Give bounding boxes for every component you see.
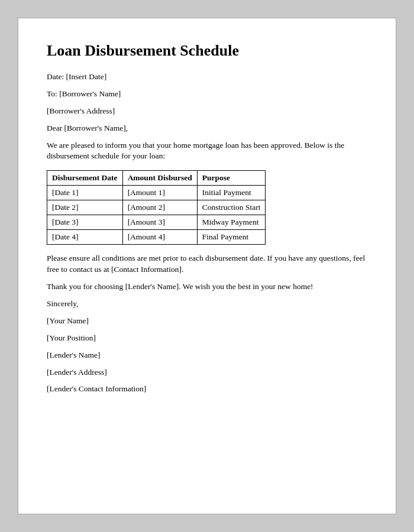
table-cell-1-2: Construction Start <box>197 200 266 215</box>
lenders-contact: [Lender's Contact Information] <box>47 384 367 395</box>
table-cell-2-2: Midway Payment <box>197 215 266 230</box>
table-row: [Date 1][Amount 1]Initial Payment <box>47 186 266 200</box>
document-title: Loan Disbursement Schedule <box>47 42 367 60</box>
thank-you-paragraph: Thank you for choosing [Lender's Name]. … <box>47 281 367 293</box>
your-position: [Your Position] <box>47 333 367 344</box>
table-cell-2-1: [Amount 3] <box>122 215 197 230</box>
table-row: [Date 4][Amount 4]Final Payment <box>47 230 266 245</box>
table-cell-3-2: Final Payment <box>197 230 266 245</box>
table-cell-0-1: [Amount 1] <box>122 186 197 200</box>
table-row: [Date 3][Amount 3]Midway Payment <box>47 215 266 230</box>
table-cell-3-0: [Date 4] <box>47 230 123 245</box>
conditions-paragraph: Please ensure all conditions are met pri… <box>47 253 367 275</box>
col-header-date: Disbursement Date <box>47 171 123 186</box>
table-cell-0-0: [Date 1] <box>47 186 123 200</box>
lenders-name: [Lender's Name] <box>47 350 367 361</box>
document-page: Loan Disbursement Schedule Date: [Insert… <box>18 18 396 514</box>
intro-paragraph: We are pleased to inform you that your h… <box>47 140 367 163</box>
date-line: Date: [Insert Date] <box>47 72 367 83</box>
table-cell-2-0: [Date 3] <box>47 215 123 230</box>
dear-line: Dear [Borrower's Name], <box>47 123 367 134</box>
sincerely-line: Sincerely, <box>47 299 367 310</box>
your-name: [Your Name] <box>47 316 367 327</box>
to-line: To: [Borrower's Name] <box>47 89 367 100</box>
table-header-row: Disbursement Date Amount Disbursed Purpo… <box>47 171 266 186</box>
disbursement-table-container: Disbursement Date Amount Disbursed Purpo… <box>47 170 367 245</box>
table-cell-1-1: [Amount 2] <box>122 200 197 215</box>
disbursement-table: Disbursement Date Amount Disbursed Purpo… <box>47 170 266 245</box>
address-line: [Borrower's Address] <box>47 106 367 117</box>
lenders-address: [Lender's Address] <box>47 367 367 378</box>
table-row: [Date 2][Amount 2]Construction Start <box>47 200 266 215</box>
col-header-amount: Amount Disbursed <box>122 171 197 186</box>
col-header-purpose: Purpose <box>197 171 266 186</box>
table-cell-0-2: Initial Payment <box>197 186 266 200</box>
table-cell-1-0: [Date 2] <box>47 200 123 215</box>
table-cell-3-1: [Amount 4] <box>122 230 197 245</box>
